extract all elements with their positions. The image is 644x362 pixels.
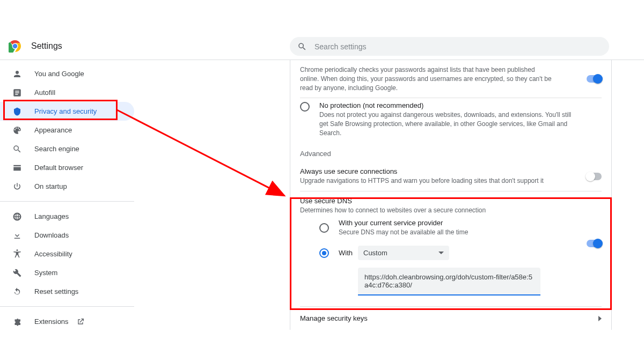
secure-dns-row: Use secure DNS Determines how to connect… [300, 191, 602, 296]
no-protection-option[interactable]: No protection (not recommended) Does not… [300, 98, 602, 141]
accessibility-icon [12, 249, 23, 260]
secure-dns-current-title: With your current service provider [339, 219, 468, 227]
sidebar-divider [0, 201, 134, 202]
sidebar-item-label: Downloads [34, 231, 69, 239]
secure-dns-option-custom[interactable]: With Custom [319, 241, 602, 264]
sidebar-item-label: Privacy and security [34, 107, 97, 115]
download-icon [12, 230, 23, 241]
person-icon [12, 69, 23, 79]
password-check-description: Chrome periodically checks your password… [300, 65, 552, 92]
sidebar-divider [0, 306, 134, 307]
sidebar-item-label: You and Google [34, 70, 84, 78]
secure-dns-title: Use secure DNS [300, 197, 602, 205]
radio-icon [300, 102, 310, 112]
globe-icon [12, 211, 23, 222]
search-icon [12, 144, 23, 154]
sidebar-item-accessibility[interactable]: Accessibility [0, 245, 134, 263]
secure-dns-option-current-provider[interactable]: With your current service provider Secur… [319, 215, 602, 241]
chevron-down-icon [438, 250, 444, 256]
sidebar-item-languages[interactable]: Languages [0, 207, 134, 226]
annotation-arrow [115, 105, 297, 206]
always-secure-description: Upgrade navigations to HTTPS and warn yo… [300, 176, 552, 186]
svg-line-3 [117, 110, 284, 196]
manage-security-keys-row[interactable]: Manage security keys [300, 306, 602, 330]
shield-icon [12, 106, 23, 117]
sidebar-item-label: Search engine [34, 145, 79, 153]
always-secure-toggle[interactable] [587, 173, 602, 180]
sidebar-item-label: On startup [34, 182, 67, 190]
sidebar-item-label: Extensions [34, 317, 69, 326]
sidebar-item-label: Reset settings [34, 287, 78, 295]
sidebar-item-autofill[interactable]: Autofill [0, 83, 134, 102]
password-check-toggle[interactable] [587, 75, 602, 83]
browser-icon [12, 162, 23, 173]
radio-icon [319, 223, 329, 233]
password-check-row: Chrome periodically checks your password… [300, 60, 602, 98]
secure-dns-provider-dropdown[interactable]: Custom [358, 246, 449, 260]
palette-icon [12, 125, 23, 136]
sidebar-item-default-browser[interactable]: Default browser [0, 158, 134, 177]
power-icon [12, 181, 23, 192]
no-protection-description: Does not protect you against dangerous w… [319, 110, 572, 137]
wrench-icon [12, 268, 23, 278]
sidebar-item-extensions[interactable]: Extensions [0, 312, 134, 331]
sidebar-item-search-engine[interactable]: Search engine [0, 139, 134, 158]
secure-dns-current-sub: Secure DNS may not be available all the … [339, 228, 468, 237]
sidebar-item-on-startup[interactable]: On startup [0, 177, 134, 196]
settings-content: Chrome periodically checks your password… [290, 60, 612, 330]
radio-icon [319, 248, 329, 258]
sidebar-item-label: Appearance [34, 126, 72, 134]
secure-dns-with-label: With [339, 249, 353, 257]
dropdown-selected-value: Custom [363, 249, 387, 257]
sidebar-item-reset-settings[interactable]: Reset settings [0, 282, 134, 301]
secure-dns-description: Determines how to connect to websites ov… [300, 206, 552, 215]
secure-dns-custom-url-input[interactable]: https://doh.cleanbrowsing.org/doh/custom… [358, 268, 540, 295]
sidebar-item-label: Default browser [34, 164, 83, 172]
always-secure-row: Always use secure connections Upgrade na… [300, 162, 602, 191]
sidebar-item-you-and-google[interactable]: You and Google [0, 64, 134, 83]
search-input[interactable] [314, 42, 602, 51]
always-secure-title: Always use secure connections [300, 167, 602, 175]
reset-icon [12, 286, 23, 297]
sidebar-item-label: System [34, 269, 57, 277]
chrome-logo-icon [9, 40, 21, 53]
sidebar-item-appearance[interactable]: Appearance [0, 121, 134, 139]
search-settings-field[interactable] [290, 37, 609, 56]
sidebar-item-privacy-and-security[interactable]: Privacy and security [0, 102, 134, 121]
settings-sidebar: You and Google Autofill Privacy and secu… [0, 60, 134, 335]
secure-dns-toggle[interactable] [587, 240, 602, 247]
external-link-icon [76, 317, 85, 326]
sidebar-item-system[interactable]: System [0, 263, 134, 282]
page-title: Settings [31, 41, 62, 51]
chevron-right-icon [598, 316, 602, 321]
manage-security-keys-label: Manage security keys [300, 314, 368, 322]
sidebar-item-downloads[interactable]: Downloads [0, 226, 134, 245]
search-icon [297, 42, 307, 51]
sidebar-item-label: Autofill [34, 88, 55, 97]
advanced-section-label: Advanced [300, 150, 602, 158]
svg-point-2 [13, 43, 18, 48]
no-protection-title: No protection (not recommended) [319, 101, 572, 109]
sidebar-item-label: Accessibility [34, 250, 72, 258]
sidebar-item-label: Languages [34, 212, 69, 220]
autofill-icon [12, 87, 23, 98]
extension-icon [12, 316, 23, 327]
